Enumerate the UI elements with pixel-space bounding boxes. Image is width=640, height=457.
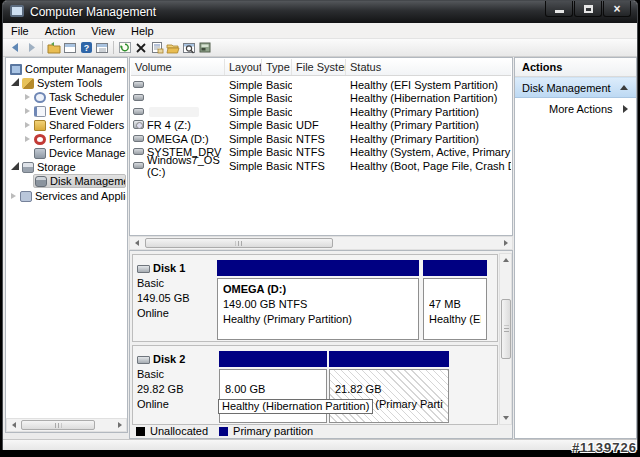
help-icon[interactable]: ?	[78, 40, 94, 56]
column-header-volume[interactable]: Volume	[131, 59, 225, 75]
disk-kind: Basic	[137, 367, 213, 382]
tree-horizontal-scrollbar[interactable]	[6, 418, 127, 432]
volume-row[interactable]: FR 4 (Z:) Simple Basic UDF Healthy (Prim…	[131, 118, 511, 131]
partition-efi[interactable]: 47 MB Healthy (EFI S	[423, 260, 487, 340]
close-button[interactable]: ×	[603, 1, 631, 17]
partition-title: OMEGA (D:)	[223, 282, 413, 297]
tree-item-performance[interactable]: Performance	[6, 132, 126, 146]
volume-row[interactable]: Simple Basic Healthy (Hibernation Partit…	[131, 91, 511, 104]
scroll-right-icon[interactable]	[499, 237, 512, 249]
volume-icon	[133, 94, 144, 101]
find-icon[interactable]	[181, 40, 197, 56]
volume-hscroll-thumb[interactable]	[145, 238, 333, 248]
collapsed-arrow-icon[interactable]	[25, 108, 30, 114]
tree-item-label: Services and Applicat	[35, 190, 126, 202]
partition-tooltip: Healthy (Hibernation Partition)	[218, 399, 373, 414]
show-console-tree-icon[interactable]	[46, 40, 62, 56]
volume-row[interactable]: Simple Basic Healthy (EFI System Partiti…	[131, 78, 511, 91]
menu-help[interactable]: Help	[123, 23, 162, 38]
expanded-arrow-icon[interactable]	[11, 162, 19, 170]
tree-item-shared-folders[interactable]: Shared Folders	[6, 118, 126, 132]
maximize-button[interactable]	[574, 1, 602, 17]
volume-name: Windows7_OS (C:)	[147, 154, 225, 178]
volume-icon	[133, 162, 144, 169]
volume-list-horizontal-scrollbar[interactable]	[129, 236, 513, 250]
volume-name: OMEGA (D:)	[147, 133, 209, 145]
scroll-left-icon[interactable]	[7, 419, 20, 431]
tree-item-services-and-applications[interactable]: Services and Applicat	[6, 189, 126, 203]
collapse-arrow-icon[interactable]	[620, 85, 628, 90]
snap-in-glyph	[198, 41, 212, 54]
tree-item-label: Storage	[37, 161, 76, 173]
disk2-label[interactable]: Disk 2 Basic 29.82 GB Online	[137, 352, 213, 412]
graph-vscroll-thumb[interactable]	[501, 299, 511, 359]
scroll-down-icon[interactable]	[499, 412, 512, 424]
collapsed-arrow-icon[interactable]	[25, 136, 30, 142]
partition-title	[429, 282, 481, 297]
minimize-button[interactable]	[545, 1, 573, 17]
tree-item-storage[interactable]: Storage	[6, 160, 126, 174]
properties-icon[interactable]	[149, 40, 165, 56]
system-tools-icon	[22, 78, 34, 89]
back-icon[interactable]	[7, 40, 23, 56]
menu-action[interactable]: Action	[37, 23, 84, 38]
volume-layout: Simple	[225, 146, 262, 158]
toolbar-separator	[113, 41, 114, 54]
volume-row[interactable]: Windows7_OS (C:) Simple Basic NTFS Healt…	[131, 159, 511, 172]
volume-row[interactable]: OMEGA (D:) Simple Basic NTFS Healthy (Pr…	[131, 132, 511, 145]
collapsed-arrow-icon[interactable]	[25, 94, 30, 100]
expanded-arrow-icon[interactable]	[11, 78, 19, 86]
refresh-icon[interactable]	[117, 40, 133, 56]
tree-item-device-manager[interactable]: Device Manager	[6, 146, 126, 160]
column-header-layout[interactable]: Layout	[225, 59, 262, 75]
column-header-status[interactable]: Status	[346, 59, 511, 75]
computer-management-window: Computer Management × File Action View H…	[2, 0, 638, 450]
tree-item-task-scheduler[interactable]: Task Scheduler	[6, 90, 126, 104]
tree-item-computer-management[interactable]: Computer Management	[6, 62, 126, 76]
back-glyph	[9, 41, 22, 54]
title-bar[interactable]: Computer Management ×	[3, 1, 637, 23]
volume-icon	[133, 108, 144, 115]
forward-icon[interactable]	[23, 40, 39, 56]
collapsed-arrow-icon[interactable]	[11, 193, 16, 199]
menu-file[interactable]: File	[3, 23, 37, 38]
partition-size: 21.82 GB	[335, 382, 443, 397]
scroll-up-icon[interactable]	[499, 254, 512, 266]
menu-view[interactable]: View	[83, 23, 123, 38]
disk-graph-vertical-scrollbar[interactable]	[499, 253, 512, 425]
close-icon: ×	[613, 3, 620, 15]
partition-status: Healthy (EFI S	[429, 312, 481, 327]
scroll-left-icon[interactable]	[130, 237, 143, 249]
tree-item-event-viewer[interactable]: Event Viewer	[6, 104, 126, 118]
window-controls: ×	[544, 1, 631, 17]
device-manager-icon	[34, 148, 46, 159]
tree-item-system-tools[interactable]: System Tools	[6, 76, 126, 90]
actions-group-label: Disk Management	[522, 82, 620, 94]
tree-item-label: System Tools	[37, 77, 102, 89]
more-actions-item[interactable]: More Actions	[515, 98, 636, 119]
disk1-label[interactable]: Disk 1 Basic 149.05 GB Online	[137, 261, 213, 321]
partition-size: 47 MB	[429, 297, 481, 312]
column-header-file-system[interactable]: File System	[292, 59, 346, 75]
volume-row[interactable]: Simple Basic Healthy (Primary Partition)	[131, 105, 511, 118]
partition-omega-d[interactable]: OMEGA (D:) 149.00 GB NTFS Healthy (Prima…	[217, 260, 419, 340]
actions-group-disk-management[interactable]: Disk Management	[515, 77, 636, 98]
open-icon[interactable]	[165, 40, 181, 56]
export-list-icon[interactable]	[94, 40, 110, 56]
snap-in-icon[interactable]	[197, 40, 213, 56]
collapsed-arrow-icon[interactable]	[25, 122, 30, 128]
tree-hscroll-thumb[interactable]	[21, 420, 95, 430]
partition-size: 149.00 GB NTFS	[223, 297, 413, 312]
shared-folders-icon	[34, 120, 46, 131]
svg-text:?: ?	[83, 43, 89, 53]
column-header-type[interactable]: Type	[262, 59, 292, 75]
volume-status: Healthy (System, Active, Primary Partit	[346, 146, 511, 158]
delete-icon[interactable]	[133, 40, 149, 56]
status-bar	[3, 439, 637, 450]
minimize-icon	[555, 10, 564, 13]
partition-color-bar	[219, 351, 327, 367]
scroll-right-icon[interactable]	[113, 419, 126, 431]
console-window-icon[interactable]	[62, 40, 78, 56]
app-icon	[10, 5, 24, 17]
tree-item-disk-management[interactable]: Disk Management	[6, 174, 126, 188]
